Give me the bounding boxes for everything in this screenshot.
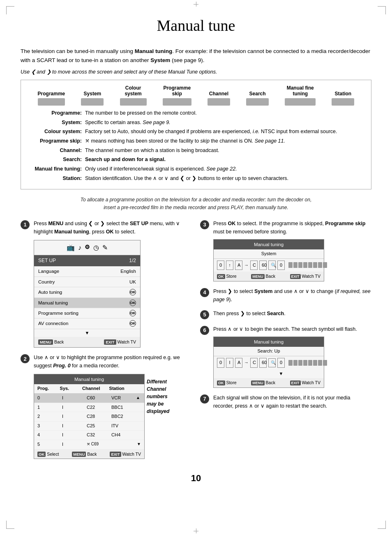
setup-row-progsorting-val: OK: [129, 309, 136, 317]
icon-tv: 📺: [67, 242, 75, 253]
desc-programme-value: The number to be pressed on the remote c…: [85, 109, 364, 118]
desc-programme: Programme: The number to be pressed on t…: [28, 109, 364, 118]
mt-indicator-step3: Manual tuning System 0 ↑ A → C 60 🔍 0: [213, 239, 324, 281]
icon-clock: ◷: [93, 242, 99, 253]
exit-key: EXIT: [290, 380, 301, 385]
mt-ind-store-3: OK Store: [217, 273, 237, 280]
mt-ind-store-6: OK Store: [217, 379, 237, 386]
mt-station-5: [111, 441, 136, 448]
page-title: Manual tune: [21, 16, 371, 35]
manual-tuning-table: Manual tuning Prog. Sys. Channel Station…: [34, 374, 145, 459]
mt-row-3: 3 I C25 ITV: [34, 422, 144, 431]
exit-key: EXIT: [110, 452, 121, 457]
mt-cell-60-6: 60: [259, 358, 267, 368]
desc-search-label: Search:: [28, 155, 85, 164]
option-colour-label: Coloursystem: [120, 85, 147, 97]
step-2-content: Use ∧ or ∨ to highlight the programme po…: [34, 353, 192, 459]
setup-row-manualtuning-val: OK: [129, 299, 136, 307]
mt-bar6-3: [298, 360, 302, 366]
step-5-number: 5: [200, 310, 209, 319]
mt-cell-c: C: [250, 261, 258, 270]
mt-ind-row-6: 0 I A → C 60 🔍 0: [214, 356, 324, 369]
mt-bar6-6: [313, 360, 317, 366]
setup-menu-title: SET UP: [38, 257, 56, 265]
mt-footer-back: MENU Back: [72, 451, 97, 458]
desc-progskip-value: ⤧ means nothing has been stored or the f…: [85, 137, 364, 145]
setup-row-country-label: Country: [38, 278, 55, 286]
mt-row-4: 4 I C32 CH4: [34, 431, 144, 440]
desc-channel-label: Channel:: [28, 146, 85, 155]
mt-prog-5: 5: [37, 441, 62, 448]
mt-prog-4: 4: [37, 431, 62, 439]
mt-cell-search-6: 🔍: [268, 358, 276, 367]
setup-row-autotuning-val: OK: [129, 288, 136, 296]
mt-table-header: Manual tuning: [34, 374, 144, 384]
setup-row-autotuning: Auto tuning OK: [34, 287, 140, 297]
mt-cell-a-6: A: [235, 358, 242, 368]
mt-bar-2: [293, 262, 297, 268]
mt-ind-bars-3: [288, 262, 327, 268]
mt-channel-5: ⤧ C69: [87, 441, 111, 448]
step-1-content: Press MENU and using ❮ or ❯ select the S…: [34, 219, 192, 348]
mt-bar-3: [298, 262, 302, 268]
mt-bar-5: [308, 262, 312, 268]
setup-row-avconnection-val: OK: [129, 320, 136, 327]
page-number: 10: [21, 473, 371, 484]
mt-station-3: ITV: [111, 422, 136, 430]
option-mft-label: Manual finetuning: [285, 85, 316, 97]
step-5-content: Then press ❯ to select Search.: [213, 309, 371, 318]
mt-bar6-8: [323, 360, 327, 366]
intro-text3: (see page 9).: [170, 57, 204, 63]
mt-ind-subheader-6: Search: Up: [214, 347, 324, 356]
option-programme-bar: [38, 98, 65, 106]
desc-station: Station: Station identification. Use the…: [28, 174, 364, 183]
mt-bar6-2: [293, 360, 297, 366]
mt-cell-60: 60: [259, 261, 267, 270]
setup-row-progsorting: Programme sorting OK: [34, 308, 140, 318]
mt-cell-prog-6: 0: [217, 358, 224, 368]
setup-row-avconnection: AV connection OK: [34, 318, 140, 329]
footer-watch-tv: EXIT Watch TV: [104, 339, 136, 346]
mt-ind-watch-3: EXIT Watch TV: [290, 273, 321, 280]
mt-sys-5: I: [62, 441, 87, 448]
mt-bar-8: [323, 262, 327, 268]
ok-key: OK: [217, 380, 225, 385]
scroll-arrow-down: ▼: [34, 329, 140, 337]
mt-sys-0: I: [62, 394, 87, 402]
intro-text1: The television can be tuned-in manually …: [21, 48, 135, 54]
steps-right: 3 Press OK to select. If the programme i…: [200, 219, 371, 465]
desc-search: Search: Search up and down for a signal.: [28, 155, 364, 164]
option-station-label: Station: [332, 91, 354, 97]
corner-br: [378, 521, 386, 529]
ok-icon: OK: [129, 289, 136, 295]
mt-ind-bars-6: [288, 360, 327, 366]
icon-music: ♪: [78, 242, 81, 253]
mt-channel-2: C28: [87, 413, 111, 420]
step-3: 3 Press OK to select. If the programme i…: [200, 219, 371, 281]
menu-key: MENU: [251, 274, 265, 279]
setup-menu-icons: 📺 ♪ ⚙ ◷ ✎: [34, 240, 140, 256]
setup-row-progsorting-label: Programme sorting: [38, 309, 78, 317]
option-progskip-bar: [163, 98, 191, 106]
mt-cell-sys: A: [235, 261, 242, 270]
mt-ind-footer-3: OK Store MENU Back EXIT Watch TV: [214, 272, 324, 281]
intro-bold2: System: [150, 57, 170, 63]
ok-icon: OK: [129, 320, 136, 327]
mt-prog-1: 1: [37, 404, 62, 411]
step-6: 6 Press ∧ or ∨ to begin the search. The …: [200, 325, 371, 388]
steps-left: 1 Press MENU and using ❮ or ❯ select the…: [21, 219, 192, 465]
mt-ind-footer-6: OK Store MENU Back EXIT Watch TV: [214, 378, 324, 387]
down-arrow-icon: ▼: [279, 370, 284, 378]
desc-progskip-label: Programme skip:: [28, 137, 85, 145]
mt-sys-2: I: [62, 413, 87, 420]
mt-bar-1: [288, 262, 293, 268]
mt-ind-back-3: MENU Back: [251, 273, 275, 280]
exit-key: EXIT: [290, 274, 301, 279]
options-descriptions: Programme: The number to be pressed on t…: [28, 109, 364, 182]
mt-bar6-5: [308, 360, 312, 366]
mt-cell-c-6: C: [250, 358, 258, 368]
mt-row-5: 5 I ⤧ C69 ▼: [34, 440, 144, 450]
footer-back: MENU Back: [38, 339, 64, 346]
step-2-number: 2: [21, 354, 30, 363]
mt-row-1: 1 I C22 BBC1: [34, 403, 144, 413]
